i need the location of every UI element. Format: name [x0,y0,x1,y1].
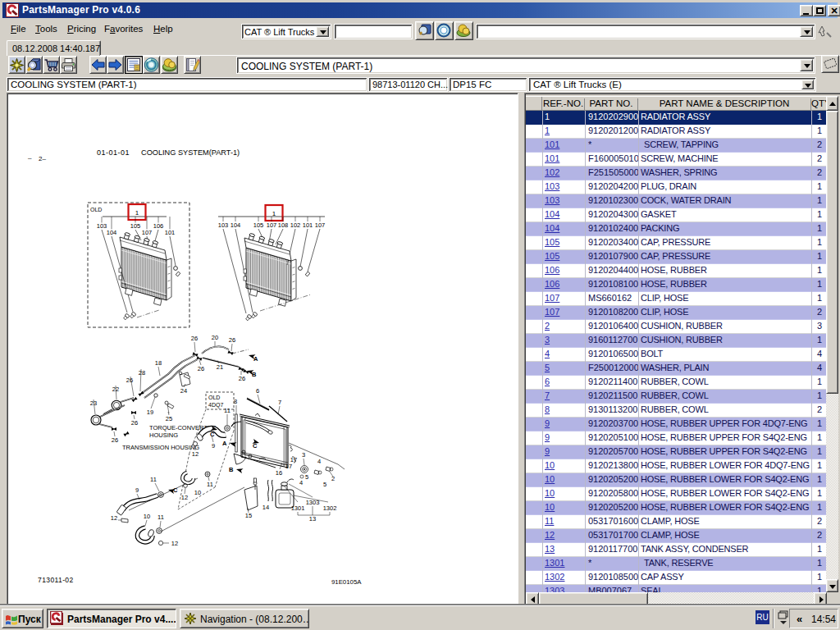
svg-text:26: 26 [198,365,204,372]
svg-text:104: 104 [107,229,117,236]
svg-text:2–: 2– [39,155,46,162]
svg-text:25: 25 [166,415,172,422]
svg-text:106: 106 [153,222,164,230]
svg-text:16: 16 [276,469,282,477]
svg-text:1303: 1303 [306,499,320,506]
svg-text:107: 107 [315,221,326,229]
svg-text:26: 26 [239,375,245,382]
svg-text:OLD: OLD [90,207,102,212]
svg-text:107: 107 [267,221,277,229]
svg-text:101: 101 [165,229,176,236]
svg-text:B: B [252,371,257,378]
svg-text:101: 101 [303,221,313,229]
svg-text:28: 28 [139,369,145,377]
svg-text:21: 21 [217,363,223,371]
svg-text:17: 17 [290,456,297,463]
svg-text:5: 5 [323,481,326,488]
svg-text:10: 10 [144,513,150,520]
svg-text:8: 8 [234,398,237,405]
svg-text:105: 105 [253,221,264,229]
svg-text:7: 7 [278,399,281,406]
svg-text:01-01-01: 01-01-01 [97,148,130,157]
svg-text:11: 11 [150,476,157,483]
svg-text:91E0105A: 91E0105A [331,578,362,586]
svg-text:TRANSMISSION HOUSING: TRANSMISSION HOUSING [122,444,199,451]
svg-text:9: 9 [135,486,139,494]
svg-text:4DQ7: 4DQ7 [208,402,223,409]
svg-text:9: 9 [212,442,215,450]
svg-text:COOLING SYSTEM(PART-1): COOLING SYSTEM(PART-1) [141,148,240,157]
svg-text:15: 15 [245,512,252,519]
svg-text:HOUSING: HOUSING [149,431,178,439]
svg-text:C: C [173,486,178,494]
svg-text:11: 11 [158,514,164,521]
svg-text:17: 17 [285,463,292,470]
svg-text:3: 3 [302,451,305,459]
svg-text:12: 12 [171,540,178,547]
svg-text:A: A [222,440,227,447]
svg-text:108: 108 [278,221,289,229]
svg-text:1: 1 [135,209,139,217]
svg-text:18: 18 [155,359,162,367]
svg-text:26: 26 [112,436,118,444]
svg-text:1301: 1301 [291,504,305,512]
svg-text:10: 10 [194,489,201,496]
svg-text:14: 14 [262,504,269,511]
svg-text:11: 11 [224,407,231,414]
svg-text:1302: 1302 [323,504,337,512]
svg-text:5: 5 [305,473,308,481]
svg-text:12: 12 [192,450,199,458]
svg-text:713011-02: 713011-02 [38,576,74,584]
svg-text:C: C [253,442,258,450]
svg-text:B: B [229,466,234,473]
svg-text:26: 26 [131,419,138,427]
svg-text:20: 20 [212,334,218,341]
svg-text:4: 4 [299,479,303,486]
svg-text:26: 26 [191,335,198,342]
svg-text:19: 19 [147,409,153,416]
svg-text:26: 26 [229,336,235,344]
svg-text:24: 24 [180,387,187,395]
svg-text:12: 12 [181,494,188,501]
svg-text:1: 1 [272,210,276,217]
svg-text:2: 2 [331,475,335,482]
svg-text:13: 13 [309,515,316,523]
svg-text:103: 103 [218,221,229,229]
svg-text:104: 104 [231,221,241,229]
svg-text:–: – [28,154,32,162]
svg-text:107: 107 [142,229,153,236]
svg-text:12: 12 [111,514,117,522]
svg-text:26: 26 [126,377,133,384]
svg-text:A: A [253,355,258,363]
svg-text:105: 105 [130,222,141,230]
svg-text:4: 4 [317,458,321,465]
svg-text:C: C [210,431,215,438]
svg-text:OLD: OLD [208,395,220,400]
svg-text:102: 102 [290,221,301,229]
svg-text:11: 11 [207,481,213,488]
svg-text:6: 6 [256,387,259,395]
svg-text:103: 103 [97,222,107,230]
